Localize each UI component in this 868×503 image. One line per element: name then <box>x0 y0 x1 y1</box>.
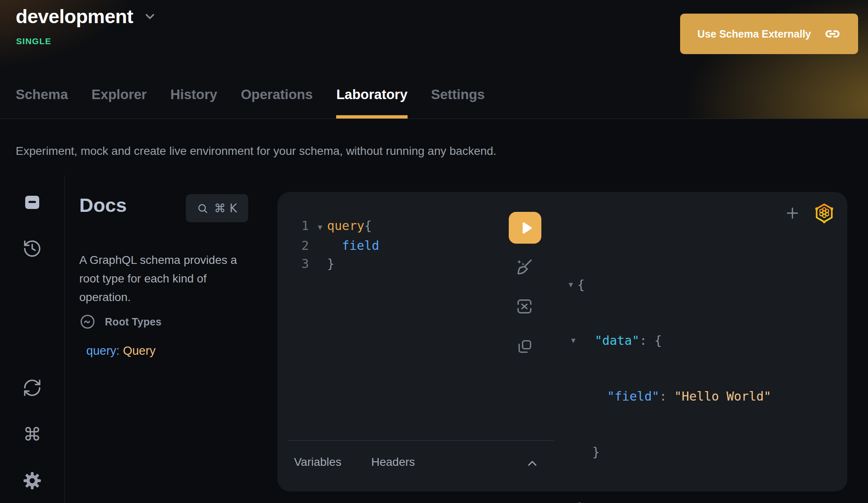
tab-history[interactable]: History <box>170 88 217 119</box>
response-line: ▾ "data": { <box>569 331 771 350</box>
json-key-data: "data" <box>595 333 639 348</box>
tab-headers[interactable]: Headers <box>371 456 415 469</box>
docs-description: A GraphQL schema provides a root type fo… <box>79 251 259 306</box>
root-type-value[interactable]: Query <box>123 344 156 357</box>
tab-schema[interactable]: Schema <box>16 88 68 119</box>
json-value-hello-world: "Hello World" <box>674 389 771 403</box>
collapse-editor-tools-button[interactable] <box>525 456 539 470</box>
copy-query-button[interactable] <box>516 337 534 356</box>
graphiql-panel: 1▾query{ 2field 3} <box>277 192 847 491</box>
plus-icon <box>785 206 800 221</box>
fold-marker-icon[interactable]: ▾ <box>569 331 580 350</box>
use-schema-externally-button[interactable]: Use Schema Externally <box>680 14 858 54</box>
add-tab-button[interactable] <box>785 206 800 221</box>
code-keyword: query <box>327 218 364 233</box>
code-line: 2field <box>294 237 379 255</box>
merge-icon <box>515 297 534 316</box>
refresh-icon[interactable] <box>22 378 42 398</box>
code-close-brace: } <box>327 256 334 271</box>
play-icon <box>519 221 534 235</box>
status-badge: SINGLE <box>16 36 51 46</box>
code-field: field <box>342 238 379 253</box>
root-type-query-link[interactable]: query: Query <box>86 344 156 358</box>
tilde-circle-icon <box>79 313 96 330</box>
response-line: "field": "Hello World" <box>569 387 771 406</box>
prettify-query-button[interactable] <box>514 257 534 277</box>
tab-laboratory[interactable]: Laboratory <box>336 88 407 119</box>
line-number: 3 <box>294 255 309 273</box>
laboratory-page: development SINGLE Use Schema Externally… <box>0 0 868 503</box>
code-line: 3} <box>294 255 379 273</box>
response-line: ▾{ <box>569 275 771 294</box>
laboratory-content: ⌘ <box>0 176 868 503</box>
line-number: 1 <box>294 217 309 235</box>
line-number: 2 <box>294 237 309 255</box>
page-subtitle: Experiment, mock and create live environ… <box>16 145 496 158</box>
fold-marker-icon[interactable]: ▾ <box>313 218 327 237</box>
docs-search-button[interactable]: ⌘ K <box>186 194 248 222</box>
command-shortcuts-icon[interactable]: ⌘ <box>22 425 42 444</box>
use-schema-externally-label: Use Schema Externally <box>697 28 811 40</box>
root-types-label: Root Types <box>105 316 161 328</box>
prettify-broom-icon <box>514 257 534 277</box>
tab-settings[interactable]: Settings <box>431 88 485 119</box>
execute-query-button[interactable] <box>509 212 541 244</box>
merge-fragments-button[interactable] <box>515 297 534 316</box>
root-types-section: Root Types <box>79 313 161 330</box>
plugin-rail: ⌘ <box>0 176 65 503</box>
root-type-name: query <box>86 344 116 357</box>
search-icon <box>197 203 208 214</box>
code-open-brace: { <box>364 218 372 233</box>
docs-icon[interactable] <box>22 192 42 212</box>
target-selector[interactable]: development <box>16 6 157 27</box>
docs-panel-title: Docs <box>79 194 127 216</box>
code-line: 1▾query{ <box>294 217 379 237</box>
link-icon <box>824 26 841 42</box>
tab-variables[interactable]: Variables <box>294 456 342 469</box>
query-editor[interactable]: 1▾query{ 2field 3} <box>294 217 379 273</box>
editor-footer-divider <box>287 440 554 441</box>
history-icon[interactable] <box>22 239 42 259</box>
settings-gear-icon[interactable] <box>22 471 42 491</box>
response-line: } <box>569 443 771 461</box>
search-shortcut-label: ⌘ K <box>214 202 237 215</box>
tab-operations[interactable]: Operations <box>241 88 313 119</box>
main-tabs: Schema Explorer History Operations Labor… <box>16 88 485 119</box>
response-line: } <box>569 498 771 503</box>
root-type-separator: : <box>116 344 123 357</box>
tab-explorer[interactable]: Explorer <box>92 88 147 119</box>
response-viewer: ▾{ ▾ "data": { "field": "Hello World" } … <box>569 238 771 503</box>
page-header: development SINGLE Use Schema Externally… <box>0 0 868 119</box>
fold-marker-icon[interactable]: ▾ <box>569 275 577 294</box>
json-key-field: "field" <box>607 389 659 403</box>
chevron-down-icon[interactable] <box>143 9 157 24</box>
graphql-hive-logo[interactable] <box>814 203 835 223</box>
chevron-up-icon <box>525 456 539 470</box>
copy-icon <box>516 337 534 356</box>
page-title: development <box>16 6 133 27</box>
